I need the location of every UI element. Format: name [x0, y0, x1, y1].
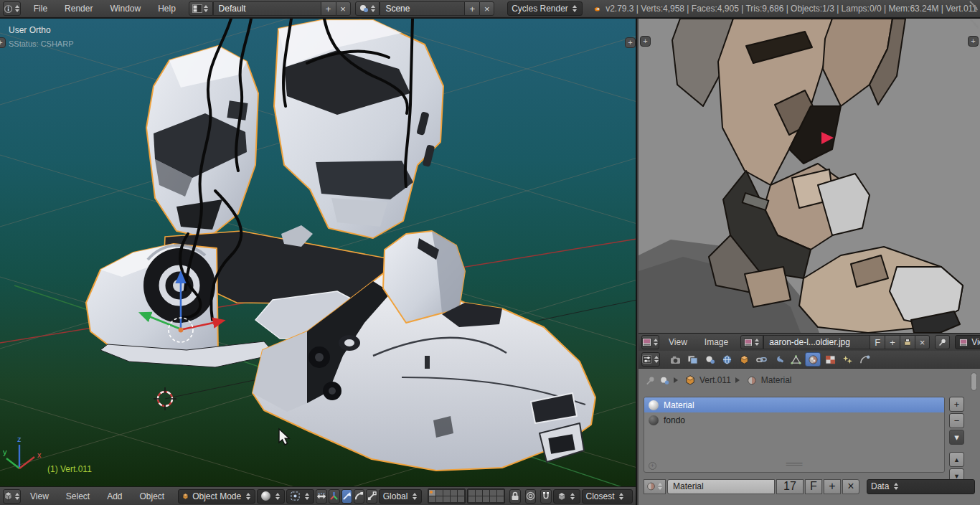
- layer-1[interactable]: [429, 490, 435, 496]
- screen-layout-close-button[interactable]: ×: [336, 1, 351, 16]
- ie-menu-image[interactable]: Image: [697, 337, 736, 347]
- scene-browse[interactable]: [355, 1, 380, 16]
- scene-add-button[interactable]: +: [464, 1, 479, 16]
- render-engine-select[interactable]: Cycles Render: [507, 1, 583, 16]
- image-pin-button[interactable]: [935, 335, 950, 349]
- menu-render[interactable]: Render: [57, 4, 100, 14]
- properties-scrollbar[interactable]: [971, 372, 977, 391]
- tab-scene[interactable]: [702, 352, 717, 367]
- image-browse[interactable]: [740, 335, 763, 349]
- tab-texture[interactable]: [822, 352, 838, 367]
- manipulator-toggle[interactable]: [316, 489, 327, 504]
- editor-type-button-properties[interactable]: [641, 352, 660, 367]
- screen-layout-browse[interactable]: [189, 1, 213, 16]
- rotate-tool-button[interactable]: [354, 489, 364, 504]
- image-editor[interactable]: + + View Image: [639, 19, 980, 351]
- image-unlink-button[interactable]: ×: [915, 335, 930, 349]
- tab-render-layers[interactable]: [684, 352, 700, 367]
- slot-specials-button[interactable]: ▾: [949, 430, 964, 445]
- toolshelf-expand-tab[interactable]: +: [0, 37, 6, 48]
- material-slot-row[interactable]: fondo: [644, 412, 944, 428]
- image-fake-user-button[interactable]: F: [870, 335, 885, 349]
- orientation-select[interactable]: Global: [379, 489, 423, 504]
- slot-add-button[interactable]: +: [949, 397, 964, 412]
- tab-render[interactable]: [667, 352, 683, 367]
- tab-constraints[interactable]: [753, 352, 769, 367]
- material-browse-stepper[interactable]: [656, 481, 663, 491]
- material-add-button[interactable]: +: [824, 479, 841, 494]
- slot-move-up-button[interactable]: ▲: [949, 452, 964, 467]
- breadcrumb-material-icon[interactable]: [747, 376, 757, 385]
- scene-close-button[interactable]: ×: [479, 1, 494, 16]
- material-link-mode-select[interactable]: Data: [867, 479, 975, 494]
- image-editor-canvas: [639, 19, 980, 333]
- snap-toggle-button[interactable]: [540, 489, 551, 504]
- screen-layout-stepper[interactable]: [203, 4, 209, 14]
- tab-material[interactable]: [805, 352, 821, 367]
- viewport-editor-stepper[interactable]: [14, 491, 20, 501]
- breadcrumb-pin-icon[interactable]: [646, 376, 655, 385]
- vp-menu-add[interactable]: Add: [99, 491, 130, 501]
- viewport-3d[interactable]: z y x User Ortho SStatus: CSHARP (1) Ver…: [0, 19, 637, 486]
- image-editor-corner-grip[interactable]: [969, 19, 979, 29]
- image-name-field[interactable]: aaron-de-l...oldier.jpg: [763, 335, 870, 349]
- corner-grip[interactable]: [969, 1, 979, 11]
- image-add-button[interactable]: +: [885, 335, 900, 349]
- mode-select[interactable]: Object Mode: [178, 489, 255, 504]
- snap-target-select[interactable]: Closest: [582, 489, 633, 504]
- manipulator-axes-button[interactable]: [329, 489, 339, 504]
- slot-remove-button[interactable]: −: [949, 413, 964, 428]
- image-datablock: aaron-de-l...oldier.jpg F + ×: [740, 335, 930, 349]
- vp-menu-view[interactable]: View: [22, 491, 57, 501]
- tab-object[interactable]: [736, 352, 752, 367]
- properties-editor-stepper[interactable]: [653, 354, 659, 364]
- render-border-button[interactable]: [525, 489, 536, 504]
- tab-data[interactable]: [788, 352, 804, 367]
- editor-type-button-image[interactable]: [641, 335, 659, 349]
- layers-group-1[interactable]: [428, 489, 466, 504]
- image-pack-button[interactable]: [900, 335, 915, 349]
- menu-window[interactable]: Window: [102, 4, 149, 14]
- scale-tool-button[interactable]: [366, 489, 377, 504]
- shading-select[interactable]: [257, 489, 285, 504]
- breadcrumb-object-name[interactable]: Vert.011: [699, 375, 731, 385]
- material-browse[interactable]: [644, 479, 666, 494]
- material-fake-user-button[interactable]: F: [805, 479, 822, 494]
- breadcrumb-scene-icon[interactable]: [659, 376, 669, 385]
- material-users-button[interactable]: 17: [776, 479, 804, 494]
- tab-world[interactable]: [719, 352, 735, 367]
- vp-menu-object[interactable]: Object: [132, 491, 173, 501]
- tab-physics[interactable]: [857, 352, 872, 367]
- editor-type-button-info[interactable]: [3, 1, 21, 16]
- pivot-select[interactable]: [286, 489, 314, 504]
- scene-name[interactable]: Scene: [380, 1, 464, 16]
- material-slot-list[interactable]: Material fondo + ══: [644, 397, 945, 473]
- image-display-mode-select[interactable]: View: [955, 335, 980, 349]
- translate-tool-button[interactable]: [341, 489, 352, 504]
- material-unlink-button[interactable]: ×: [842, 479, 859, 494]
- scene-stepper[interactable]: [369, 4, 376, 14]
- material-name-field[interactable]: Material: [667, 479, 775, 494]
- layers-group-2[interactable]: [467, 489, 505, 504]
- image-editor-stepper[interactable]: [652, 337, 659, 347]
- tab-particles[interactable]: [839, 352, 855, 367]
- lock-to-scene-button[interactable]: [509, 489, 520, 504]
- material-slot-row[interactable]: Material: [644, 397, 944, 412]
- ie-menu-view[interactable]: View: [661, 337, 695, 347]
- menu-help[interactable]: Help: [150, 4, 184, 14]
- vp-menu-select[interactable]: Select: [58, 491, 98, 501]
- breadcrumb-object-icon[interactable]: [685, 375, 695, 385]
- tab-modifiers[interactable]: [771, 352, 786, 367]
- image-toolshelf-expand-tab[interactable]: +: [640, 36, 651, 47]
- snap-element-select[interactable]: [553, 489, 580, 504]
- list-resize-handle[interactable]: ══: [644, 458, 944, 471]
- screen-layout-name[interactable]: Default: [213, 1, 321, 16]
- editor-type-stepper[interactable]: [14, 4, 20, 14]
- image-browse-stepper[interactable]: [753, 337, 760, 347]
- sidebar-expand-tab[interactable]: +: [625, 37, 636, 48]
- editor-type-button-3dview[interactable]: [3, 489, 21, 504]
- breadcrumb-context-name[interactable]: Material: [761, 375, 792, 385]
- screen-layout-add-button[interactable]: +: [321, 1, 336, 16]
- image-sidebar-expand-tab[interactable]: +: [968, 36, 979, 47]
- menu-file[interactable]: File: [26, 4, 55, 14]
